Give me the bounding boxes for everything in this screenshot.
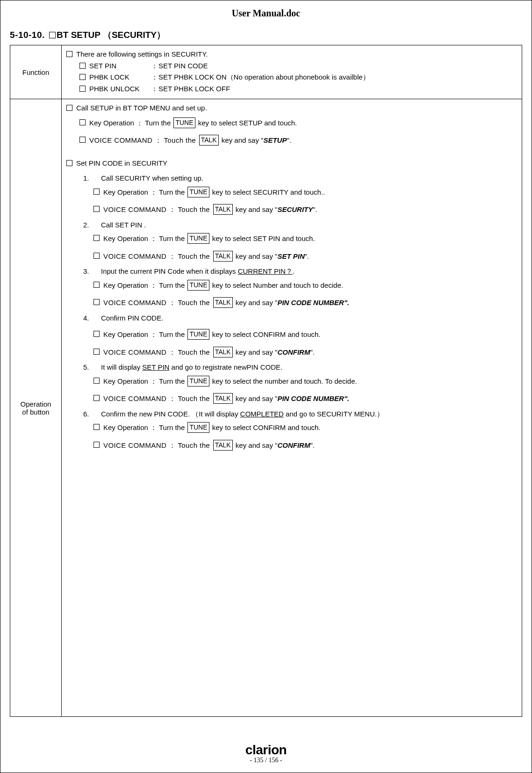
separator: ： bbox=[150, 72, 158, 83]
step-item: 2.Call SET PIN . Key Operation ： Turn th… bbox=[66, 220, 515, 262]
key-operation-line: Key Operation ： Turn the TUNE key to sel… bbox=[103, 233, 315, 244]
key-operation-line: Key Operation ： Turn the TUNE key to sel… bbox=[103, 187, 325, 198]
function-label-cell: Function bbox=[10, 45, 62, 99]
list-item: VOICE COMMAND ： Touch the TALK key and s… bbox=[66, 135, 515, 146]
checkbox-icon bbox=[66, 160, 72, 166]
tune-key: TUNE bbox=[187, 233, 209, 244]
tune-key: TUNE bbox=[187, 187, 209, 197]
step-number: 2. bbox=[83, 220, 93, 231]
key-operation-line: Key Operation ： Turn the TUNE key to sel… bbox=[103, 280, 343, 291]
function-intro: There are following settings in SECURITY… bbox=[76, 49, 208, 60]
setting-desc: SET PHBK LOCK ON（No operation about phon… bbox=[158, 73, 370, 81]
step-item: 3.Input the current PIN Code when it dis… bbox=[66, 266, 515, 308]
list-item: VOICE COMMAND ： Touch the TALK key and s… bbox=[66, 204, 515, 215]
setting-desc: SET PHBK LOCK OFF bbox=[158, 85, 230, 93]
list-item: Key Operation ： Turn the TUNE key to sel… bbox=[66, 117, 515, 129]
checkbox-icon bbox=[79, 74, 86, 80]
voice-command-line: VOICE COMMAND ： Touch the TALK key and s… bbox=[103, 347, 315, 358]
step-item: 4.Confirm PIN CODE. Key Operation ： Turn… bbox=[66, 313, 515, 358]
key-operation-line: Key Operation ： Turn the TUNE key to sel… bbox=[103, 329, 320, 340]
checkbox-icon bbox=[66, 105, 72, 111]
tune-key: TUNE bbox=[173, 117, 195, 128]
talk-key: TALK bbox=[213, 393, 233, 404]
section-number: 5-10-10. bbox=[10, 30, 45, 40]
list-item: There are following settings in SECURITY… bbox=[66, 49, 515, 60]
checkbox-icon bbox=[93, 282, 100, 288]
separator: ： bbox=[150, 84, 158, 95]
tune-key: TUNE bbox=[187, 422, 209, 433]
step-number: 4. bbox=[83, 313, 93, 324]
list-item: VOICE COMMAND ： Touch the TALK key and s… bbox=[66, 393, 515, 404]
checkbox-icon bbox=[93, 395, 100, 401]
step-text: It will display SET PIN and go to regist… bbox=[101, 362, 282, 373]
key-operation-line: Key Operation ： Turn the TUNE key to sel… bbox=[89, 117, 297, 129]
sub-heading: Set PIN CODE in SECURITY bbox=[76, 158, 167, 169]
talk-key: TALK bbox=[199, 135, 219, 146]
operation-content-cell: Call SETUP in BT TOP MENU and set up. Ke… bbox=[62, 99, 522, 717]
list-item: Key Operation ： Turn the TUNE key to sel… bbox=[66, 376, 515, 387]
operation-label-line2: of button bbox=[22, 408, 49, 416]
operation-intro: Call SETUP in BT TOP MENU and set up. bbox=[76, 103, 207, 114]
checkbox-icon bbox=[93, 378, 100, 384]
list-item: Call SETUP in BT TOP MENU and set up. bbox=[66, 103, 515, 114]
voice-command-line: VOICE COMMAND ： Touch the TALK key and s… bbox=[89, 135, 291, 146]
list-item: Key Operation ： Turn the TUNE key to sel… bbox=[66, 329, 515, 340]
step-text: Confirm the new PIN CODE. （It will displ… bbox=[101, 409, 384, 420]
list-item: Key Operation ： Turn the TUNE key to sel… bbox=[66, 233, 515, 244]
checkbox-icon bbox=[93, 349, 100, 355]
step-number: 6. bbox=[83, 409, 93, 420]
list-item: VOICE COMMAND ： Touch the TALK key and s… bbox=[66, 440, 515, 451]
step-item: 5.It will display SET PIN and go to regi… bbox=[66, 362, 515, 404]
setting-name: SET PIN bbox=[89, 61, 150, 72]
separator: ： bbox=[150, 61, 158, 72]
voice-command-line: VOICE COMMAND ： Touch the TALK key and s… bbox=[103, 251, 309, 262]
step-text: Confirm PIN CODE. bbox=[101, 313, 163, 324]
page-frame: User Manual.doc 5-10-10. BT SETUP （SECUR… bbox=[0, 0, 532, 773]
talk-key: TALK bbox=[213, 440, 233, 451]
list-item: VOICE COMMAND ： Touch the TALK key and s… bbox=[66, 347, 515, 358]
checkbox-icon bbox=[79, 137, 86, 143]
setting-desc: SET PIN CODE bbox=[158, 62, 208, 70]
checkbox-icon bbox=[93, 424, 100, 430]
voice-command-line: VOICE COMMAND ： Touch the TALK key and s… bbox=[103, 393, 349, 404]
tune-key: TUNE bbox=[187, 376, 209, 386]
step-text: Call SET PIN . bbox=[101, 220, 146, 231]
checkbox-icon bbox=[66, 51, 72, 57]
checkbox-icon bbox=[93, 235, 100, 241]
tune-key: TUNE bbox=[187, 329, 209, 340]
brand-logo: clarion bbox=[0, 743, 532, 758]
list-item: Key Operation ： Turn the TUNE key to sel… bbox=[66, 422, 515, 433]
checkbox-icon bbox=[93, 206, 100, 212]
step-number: 5. bbox=[83, 362, 93, 373]
checkbox-icon bbox=[79, 119, 86, 125]
page-footer: clarion - 135 / 156 - bbox=[0, 743, 532, 764]
section-title: BT SETUP （SECURITY） bbox=[57, 30, 165, 40]
checkbox-icon bbox=[79, 63, 86, 69]
talk-key: TALK bbox=[213, 204, 233, 215]
checkbox-icon bbox=[49, 32, 56, 38]
checkbox-icon bbox=[79, 86, 86, 92]
section-heading: 5-10-10. BT SETUP （SECURITY） bbox=[10, 29, 522, 41]
talk-key: TALK bbox=[213, 297, 233, 308]
step-text: Input the current PIN Code when it displ… bbox=[101, 266, 295, 277]
tune-key: TUNE bbox=[187, 280, 209, 291]
checkbox-icon bbox=[93, 331, 100, 337]
operation-label-line1: Operation bbox=[21, 400, 51, 408]
setting-name: PHBK LOCK bbox=[89, 72, 150, 83]
operation-label-cell: Operation of button bbox=[10, 99, 62, 717]
list-item: Set PIN CODE in SECURITY bbox=[66, 158, 515, 169]
list-item: SET PIN：SET PIN CODE bbox=[66, 61, 515, 72]
step-number: 1. bbox=[83, 173, 93, 184]
talk-key: TALK bbox=[213, 251, 233, 262]
checkbox-icon bbox=[93, 253, 100, 259]
voice-command-line: VOICE COMMAND ： Touch the TALK key and s… bbox=[103, 297, 349, 308]
list-item: VOICE COMMAND ： Touch the TALK key and s… bbox=[66, 297, 515, 308]
checkbox-icon bbox=[93, 189, 100, 195]
checkbox-icon bbox=[93, 299, 100, 305]
step-number: 3. bbox=[83, 266, 93, 277]
step-item: 6.Confirm the new PIN CODE. （It will dis… bbox=[66, 409, 515, 451]
step-item: 1.Call SECURITY when setting up. Key Ope… bbox=[66, 173, 515, 215]
table-row: Operation of button Call SETUP in BT TOP… bbox=[10, 99, 522, 717]
list-item: VOICE COMMAND ： Touch the TALK key and s… bbox=[66, 251, 515, 262]
list-item: PHBK LOCK：SET PHBK LOCK ON（No operation … bbox=[66, 72, 515, 83]
